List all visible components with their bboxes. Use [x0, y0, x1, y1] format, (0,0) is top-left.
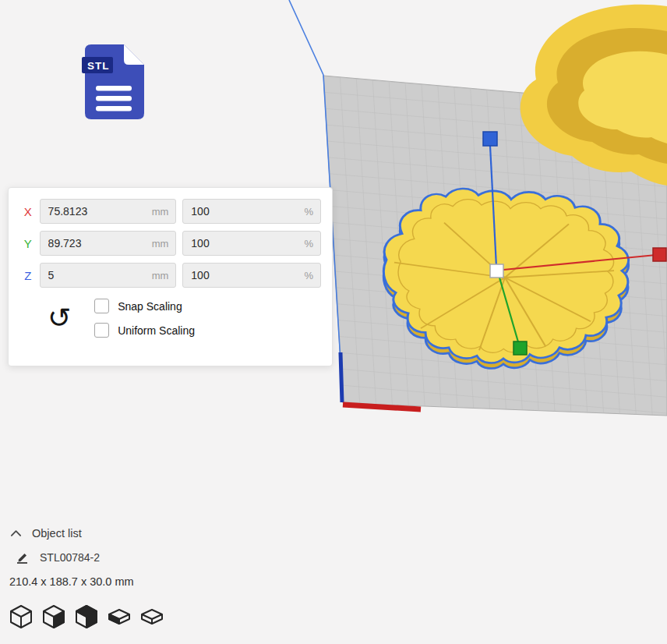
stl-document-icon: STL: [82, 43, 147, 121]
scale-z-percent-input[interactable]: [183, 269, 320, 281]
view-preset-toolbar: [0, 588, 327, 628]
flat-box-wireframe-icon: [139, 603, 164, 628]
chevron-up-icon: [10, 529, 22, 537]
scale-tool-panel: X mm % Y mm % Z mm % ↺: [8, 187, 333, 366]
gizmo-center-handle[interactable]: [490, 264, 503, 278]
uniform-scaling-label: Uniform Scaling: [118, 324, 195, 337]
scale-y-mm-field[interactable]: mm: [40, 231, 177, 256]
scale-z-mm-field[interactable]: mm: [40, 263, 177, 288]
scale-row-z: Z mm %: [13, 263, 327, 288]
uniform-scaling-checkbox[interactable]: [94, 323, 109, 338]
snap-scaling-label: Snap Scaling: [118, 300, 182, 313]
scale-x-mm-input[interactable]: [41, 205, 176, 218]
view-3d-button[interactable]: [9, 603, 34, 628]
rotate-ccw-icon: ↺: [48, 302, 71, 334]
cube-wireframe-icon: [9, 603, 34, 628]
gizmo-x-handle[interactable]: [653, 248, 666, 261]
object-list-section: Object list STL00784-2 210.4 x 188.7 x 3…: [0, 519, 327, 628]
scale-row-y: Y mm %: [13, 231, 327, 256]
scale-row-x: X mm %: [13, 199, 327, 224]
uniform-scaling-option[interactable]: Uniform Scaling: [94, 323, 195, 338]
model-dimensions: 210.4 x 188.7 x 30.0 mm: [0, 567, 327, 588]
flat-box-left-face-icon: [107, 603, 132, 628]
scale-x-mm-field[interactable]: mm: [40, 199, 177, 224]
axis-label-y: Y: [16, 237, 40, 250]
gizmo-y-handle[interactable]: [513, 341, 527, 355]
scale-y-percent-input[interactable]: [183, 237, 320, 249]
snap-scaling-option[interactable]: Snap Scaling: [94, 299, 195, 313]
view-top-button[interactable]: [74, 603, 99, 628]
snap-scaling-checkbox[interactable]: [94, 299, 109, 313]
pencil-icon: [16, 551, 29, 564]
scale-y-mm-input[interactable]: [41, 237, 176, 249]
scale-z-mm-input[interactable]: [41, 269, 176, 281]
origin-z-axis-marker: [341, 352, 342, 402]
object-list-header[interactable]: Object list: [0, 519, 327, 544]
reset-scale-button[interactable]: ↺: [48, 304, 71, 332]
cube-front-face-icon: [41, 603, 66, 628]
scale-z-percent-field[interactable]: %: [182, 263, 321, 288]
scale-x-percent-input[interactable]: [183, 205, 320, 218]
view-front-button[interactable]: [41, 603, 66, 628]
gizmo-z-handle[interactable]: [483, 132, 497, 146]
object-list-item[interactable]: STL00784-2: [0, 544, 327, 567]
scale-x-percent-field[interactable]: %: [182, 199, 321, 224]
scale-y-percent-field[interactable]: %: [182, 231, 321, 256]
view-left-button[interactable]: [107, 603, 132, 628]
axis-label-x: X: [16, 205, 40, 218]
axis-label-z: Z: [16, 269, 40, 282]
object-name: STL00784-2: [40, 551, 100, 564]
cube-top-face-icon: [74, 603, 99, 628]
scale-panel-options: ↺ Snap Scaling Uniform Scaling: [13, 299, 327, 338]
view-right-button[interactable]: [139, 603, 164, 628]
object-list-title: Object list: [32, 527, 82, 540]
stl-file-icon[interactable]: STL: [82, 43, 147, 121]
stl-badge-label: STL: [87, 60, 110, 72]
